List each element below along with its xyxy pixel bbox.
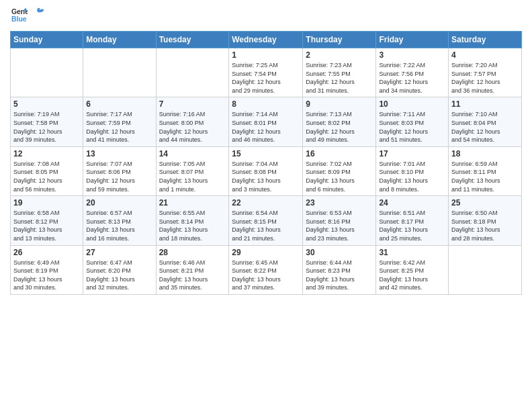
header: General Blue [10,7,522,26]
calendar-cell: 19Sunrise: 6:58 AM Sunset: 8:12 PM Dayli… [11,196,83,245]
day-number: 29 [232,248,300,257]
day-info: Sunrise: 7:14 AM Sunset: 8:01 PM Dayligh… [232,110,300,144]
calendar-cell: 23Sunrise: 6:53 AM Sunset: 8:16 PM Dayli… [303,196,376,245]
day-number: 3 [379,50,445,60]
calendar-cell: 29Sunrise: 6:45 AM Sunset: 8:22 PM Dayli… [229,245,303,294]
day-number: 30 [306,248,373,257]
calendar-cell [83,48,156,97]
day-info: Sunrise: 6:47 AM Sunset: 8:20 PM Dayligh… [86,259,152,292]
day-number: 28 [159,248,226,257]
day-info: Sunrise: 7:11 AM Sunset: 8:03 PM Dayligh… [379,110,445,144]
day-info: Sunrise: 7:20 AM Sunset: 7:57 PM Dayligh… [451,61,519,95]
calendar-cell: 17Sunrise: 7:01 AM Sunset: 8:10 PM Dayli… [376,146,449,195]
calendar-cell: 7Sunrise: 7:16 AM Sunset: 8:00 PM Daylig… [156,97,229,146]
day-info: Sunrise: 7:22 AM Sunset: 7:56 PM Dayligh… [379,61,445,95]
calendar-week-2: 5Sunrise: 7:19 AM Sunset: 7:58 PM Daylig… [11,97,522,146]
day-number: 2 [306,50,373,60]
calendar-cell: 4Sunrise: 7:20 AM Sunset: 7:57 PM Daylig… [449,48,522,97]
day-info: Sunrise: 6:58 AM Sunset: 8:12 PM Dayligh… [13,209,80,242]
weekday-header-tuesday: Tuesday [156,32,229,48]
day-number: 4 [451,50,519,60]
day-info: Sunrise: 7:25 AM Sunset: 7:54 PM Dayligh… [232,61,300,95]
day-number: 15 [232,149,300,158]
day-info: Sunrise: 7:10 AM Sunset: 8:04 PM Dayligh… [451,110,519,144]
calendar-cell: 26Sunrise: 6:49 AM Sunset: 8:19 PM Dayli… [11,245,83,294]
calendar-cell: 9Sunrise: 7:13 AM Sunset: 8:02 PM Daylig… [303,97,376,146]
day-info: Sunrise: 6:49 AM Sunset: 8:19 PM Dayligh… [13,259,80,292]
day-number: 7 [159,99,226,109]
day-number: 20 [86,198,152,208]
day-info: Sunrise: 7:05 AM Sunset: 8:07 PM Dayligh… [159,160,226,193]
calendar: SundayMondayTuesdayWednesdayThursdayFrid… [10,31,522,295]
weekday-header-sunday: Sunday [11,32,83,48]
calendar-cell: 10Sunrise: 7:11 AM Sunset: 8:03 PM Dayli… [376,97,449,146]
day-info: Sunrise: 7:04 AM Sunset: 8:08 PM Dayligh… [232,160,300,193]
calendar-cell: 14Sunrise: 7:05 AM Sunset: 8:07 PM Dayli… [156,146,229,195]
day-number: 31 [379,248,445,257]
day-info: Sunrise: 7:08 AM Sunset: 8:05 PM Dayligh… [13,160,80,193]
logo-icon: General Blue [11,7,28,23]
calendar-cell: 27Sunrise: 6:47 AM Sunset: 8:20 PM Dayli… [83,245,156,294]
day-number: 5 [13,99,80,109]
day-number: 10 [379,99,445,109]
calendar-cell: 24Sunrise: 6:51 AM Sunset: 8:17 PM Dayli… [376,196,449,245]
day-number: 11 [451,99,519,109]
day-info: Sunrise: 7:16 AM Sunset: 8:00 PM Dayligh… [159,110,226,144]
weekday-header-wednesday: Wednesday [229,32,303,48]
day-info: Sunrise: 6:53 AM Sunset: 8:16 PM Dayligh… [306,209,373,242]
day-info: Sunrise: 6:55 AM Sunset: 8:14 PM Dayligh… [159,209,226,242]
calendar-cell: 8Sunrise: 7:14 AM Sunset: 8:01 PM Daylig… [229,97,303,146]
calendar-cell [11,48,83,97]
day-info: Sunrise: 7:17 AM Sunset: 7:59 PM Dayligh… [86,110,152,144]
day-info: Sunrise: 6:50 AM Sunset: 8:18 PM Dayligh… [451,209,519,242]
day-info: Sunrise: 6:44 AM Sunset: 8:23 PM Dayligh… [306,259,373,292]
calendar-cell: 31Sunrise: 6:42 AM Sunset: 8:25 PM Dayli… [376,245,449,294]
day-info: Sunrise: 6:46 AM Sunset: 8:21 PM Dayligh… [159,259,226,292]
day-info: Sunrise: 6:45 AM Sunset: 8:22 PM Dayligh… [232,259,300,292]
day-info: Sunrise: 7:02 AM Sunset: 8:09 PM Dayligh… [306,160,373,193]
day-info: Sunrise: 6:57 AM Sunset: 8:13 PM Dayligh… [86,209,152,242]
day-number: 27 [86,248,152,257]
calendar-cell: 6Sunrise: 7:17 AM Sunset: 7:59 PM Daylig… [83,97,156,146]
calendar-cell: 13Sunrise: 7:07 AM Sunset: 8:06 PM Dayli… [83,146,156,195]
day-number: 26 [13,248,80,257]
day-info: Sunrise: 6:54 AM Sunset: 8:15 PM Dayligh… [232,209,300,242]
calendar-cell: 25Sunrise: 6:50 AM Sunset: 8:18 PM Dayli… [449,196,522,245]
calendar-cell: 15Sunrise: 7:04 AM Sunset: 8:08 PM Dayli… [229,146,303,195]
calendar-cell: 12Sunrise: 7:08 AM Sunset: 8:05 PM Dayli… [11,146,83,195]
calendar-week-3: 12Sunrise: 7:08 AM Sunset: 8:05 PM Dayli… [11,146,522,195]
day-number: 18 [451,149,519,158]
day-number: 9 [306,99,373,109]
calendar-cell: 30Sunrise: 6:44 AM Sunset: 8:23 PM Dayli… [303,245,376,294]
weekday-header-monday: Monday [83,32,156,48]
logo-bird-icon [32,7,44,17]
calendar-cell: 1Sunrise: 7:25 AM Sunset: 7:54 PM Daylig… [229,48,303,97]
day-info: Sunrise: 7:23 AM Sunset: 7:55 PM Dayligh… [306,61,373,95]
weekday-header-friday: Friday [376,32,449,48]
day-number: 25 [451,198,519,208]
day-info: Sunrise: 7:07 AM Sunset: 8:06 PM Dayligh… [86,160,152,193]
calendar-cell: 22Sunrise: 6:54 AM Sunset: 8:15 PM Dayli… [229,196,303,245]
calendar-cell [156,48,229,97]
calendar-cell: 2Sunrise: 7:23 AM Sunset: 7:55 PM Daylig… [303,48,376,97]
day-number: 21 [159,198,226,208]
day-number: 8 [232,99,300,109]
day-number: 19 [13,198,80,208]
day-info: Sunrise: 6:42 AM Sunset: 8:25 PM Dayligh… [379,259,445,292]
day-number: 16 [306,149,373,158]
calendar-cell: 20Sunrise: 6:57 AM Sunset: 8:13 PM Dayli… [83,196,156,245]
calendar-week-4: 19Sunrise: 6:58 AM Sunset: 8:12 PM Dayli… [11,196,522,245]
calendar-cell: 28Sunrise: 6:46 AM Sunset: 8:21 PM Dayli… [156,245,229,294]
weekday-header-row: SundayMondayTuesdayWednesdayThursdayFrid… [11,32,522,48]
calendar-cell: 16Sunrise: 7:02 AM Sunset: 8:09 PM Dayli… [303,146,376,195]
day-number: 6 [86,99,152,109]
calendar-week-5: 26Sunrise: 6:49 AM Sunset: 8:19 PM Dayli… [11,245,522,294]
svg-text:Blue: Blue [11,15,27,23]
calendar-cell [449,245,522,294]
day-number: 17 [379,149,445,158]
calendar-cell: 3Sunrise: 7:22 AM Sunset: 7:56 PM Daylig… [376,48,449,97]
calendar-cell: 21Sunrise: 6:55 AM Sunset: 8:14 PM Dayli… [156,196,229,245]
day-info: Sunrise: 7:01 AM Sunset: 8:10 PM Dayligh… [379,160,445,193]
calendar-week-1: 1Sunrise: 7:25 AM Sunset: 7:54 PM Daylig… [11,48,522,97]
day-number: 13 [86,149,152,158]
